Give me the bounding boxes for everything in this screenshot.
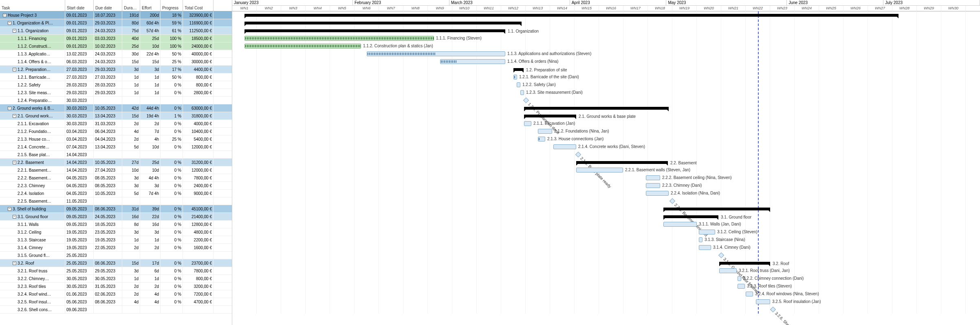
cell-start[interactable]: 09.01.2023 bbox=[65, 19, 94, 27]
cell-start[interactable]: 03.04.2023 bbox=[65, 135, 94, 143]
cell-due[interactable]: 23.05.2023 bbox=[94, 228, 122, 236]
cell-prog[interactable]: 50 % bbox=[161, 73, 183, 81]
cell-prog[interactable] bbox=[161, 197, 183, 205]
table-row[interactable]: 3.1.5. Ground fl…25.05.2023 bbox=[0, 252, 232, 259]
table-row[interactable]: −House Project 309.01.202318.07.2023191d… bbox=[0, 11, 232, 19]
table-row[interactable]: 1.1.2. Constructi…09.01.202310.02.202325… bbox=[0, 42, 232, 50]
gantt-row[interactable] bbox=[232, 205, 980, 213]
cell-prog[interactable]: 50 % bbox=[161, 50, 183, 57]
gantt-row[interactable]: 1.1.3. Applications and authorizations (… bbox=[232, 50, 980, 58]
cell-eff[interactable]: 4h bbox=[140, 135, 161, 143]
table-row[interactable]: 2.2.3. Chimney04.05.202308.05.20233d3d0 … bbox=[0, 182, 232, 190]
cell-due[interactable]: 29.05.2023 bbox=[94, 267, 122, 274]
expand-icon[interactable]: − bbox=[13, 161, 16, 164]
cell-start[interactable]: 25.05.2023 bbox=[65, 259, 94, 267]
cell-eff[interactable] bbox=[140, 252, 161, 259]
cell-dur[interactable]: 15d bbox=[122, 259, 140, 267]
task-bar[interactable]: 1.1.2. Construction plan & statics (Jan) bbox=[244, 44, 361, 49]
table-row[interactable]: 2.1.5. Base plat…14.04.2023 bbox=[0, 151, 232, 159]
cell-due[interactable] bbox=[94, 97, 122, 104]
cell-eff[interactable]: 2d bbox=[140, 244, 161, 251]
gantt-row[interactable]: 3.1.4. Cimney (Dani) bbox=[232, 244, 980, 252]
cell-due[interactable]: 08.06.2023 bbox=[94, 205, 122, 212]
cell-due[interactable]: 24.05.2023 bbox=[94, 213, 122, 220]
cell-prog[interactable]: 0 % bbox=[161, 236, 183, 243]
cell-prog[interactable]: 0 % bbox=[161, 143, 183, 150]
cell-eff[interactable]: 2d bbox=[140, 283, 161, 290]
cell-prog[interactable] bbox=[161, 306, 183, 313]
cell-due[interactable]: 08.05.2023 bbox=[94, 174, 122, 181]
summary-bar[interactable]: 1.2. Preparation of site bbox=[513, 68, 524, 71]
gantt-row[interactable]: 1.2.4. Preparation done bbox=[232, 97, 980, 104]
cell-start[interactable]: 09.01.2023 bbox=[65, 42, 94, 50]
cell-prog[interactable]: 17 % bbox=[161, 66, 183, 73]
summary-bar[interactable]: 1.1. Organization bbox=[244, 29, 505, 32]
table-row[interactable]: −1. Organization & Pl…09.01.202329.03.20… bbox=[0, 19, 232, 27]
task-bar[interactable]: 1.2.2. Safety (Jan) bbox=[517, 82, 520, 87]
cell-cost[interactable]: 800,00 € bbox=[183, 81, 214, 88]
cell-due[interactable]: 29.03.2023 bbox=[94, 89, 122, 96]
cell-dur[interactable]: 2d bbox=[122, 120, 140, 127]
cell-eff[interactable]: 16d bbox=[140, 221, 161, 228]
cell-eff[interactable]: 1d bbox=[140, 81, 161, 88]
gantt-row[interactable]: 1.1.2. Construction plan & statics (Jan) bbox=[232, 42, 980, 50]
table-row[interactable]: 1.2.4. Preparatio…30.03.2023 bbox=[0, 97, 232, 104]
cell-cost[interactable]: 12000,00 € bbox=[183, 166, 214, 174]
cell-start[interactable]: 27.03.2023 bbox=[65, 73, 94, 81]
table-row[interactable]: 3.2.3. Roof tiles30.05.202331.05.20232d2… bbox=[0, 283, 232, 290]
gantt-row[interactable]: 2.2.4. Isolation (Nina, Dani) bbox=[232, 190, 980, 197]
cell-dur[interactable]: 30d bbox=[122, 50, 140, 57]
cell-due[interactable]: 19.05.2023 bbox=[94, 236, 122, 243]
cell-cost[interactable] bbox=[183, 252, 214, 259]
cell-eff[interactable]: 1d bbox=[140, 275, 161, 282]
cell-cost[interactable]: 21400,00 € bbox=[183, 213, 214, 220]
table-row[interactable]: 2.2.4. Isolation04.05.202310.05.20235d7d… bbox=[0, 190, 232, 197]
gantt-row[interactable]: 2.2. Basement bbox=[232, 159, 980, 166]
cell-prog[interactable]: 100 % bbox=[161, 35, 183, 42]
task-name-cell[interactable]: 1.1.3. Applicatio… bbox=[0, 50, 65, 57]
cell-start[interactable]: 01.06.2023 bbox=[65, 290, 94, 298]
cell-due[interactable]: 22.05.2023 bbox=[94, 244, 122, 251]
gantt-row[interactable]: 3.2.3. Roof tiles (Steven) bbox=[232, 283, 980, 290]
cell-start[interactable]: 30.03.2023 bbox=[65, 104, 94, 112]
task-name-cell[interactable]: 2.2.5. Basement… bbox=[0, 197, 65, 205]
cell-start[interactable]: 09.01.2023 bbox=[65, 27, 94, 34]
cell-cost[interactable]: 9000,00 € bbox=[183, 190, 214, 197]
task-name-cell[interactable]: 2.1.4. Concrete… bbox=[0, 143, 65, 150]
cell-dur[interactable] bbox=[122, 306, 140, 313]
cell-eff[interactable]: 4d bbox=[140, 290, 161, 298]
cell-prog[interactable]: 0 % bbox=[161, 104, 183, 112]
gantt-row[interactable]: 3.2.1. Roof truss (Dani, Jan) bbox=[232, 267, 980, 275]
cell-prog[interactable]: 0 % bbox=[161, 221, 183, 228]
gantt-row[interactable]: 2.2.5. Basement finished bbox=[232, 197, 980, 205]
cell-prog[interactable]: 1 % bbox=[161, 112, 183, 119]
expand-icon[interactable]: − bbox=[13, 68, 16, 71]
cell-cost[interactable]: 800,00 € bbox=[183, 275, 214, 282]
cell-prog[interactable]: 0 % bbox=[161, 213, 183, 220]
cell-cost[interactable]: 12800,00 € bbox=[183, 221, 214, 228]
cell-eff[interactable] bbox=[140, 306, 161, 313]
cell-cost[interactable]: 12000,00 € bbox=[183, 143, 214, 150]
col-due[interactable]: Due date bbox=[94, 0, 122, 11]
cell-eff[interactable]: 25d bbox=[140, 159, 161, 166]
table-row[interactable]: 2.1.2. Foundatio…03.04.202306.04.20234d7… bbox=[0, 128, 232, 135]
cell-cost[interactable]: 116900,00 € bbox=[183, 19, 214, 27]
gantt-row[interactable]: 2.1.5. Base plate ready bbox=[232, 151, 980, 159]
cell-eff[interactable]: 19d 4h bbox=[140, 112, 161, 119]
task-name-cell[interactable]: −2.1. Ground work… bbox=[0, 112, 65, 119]
task-name-cell[interactable]: 1.2.3. Site meas… bbox=[0, 89, 65, 96]
summary-bar[interactable]: 2.1. Ground works & base plate bbox=[524, 115, 576, 117]
task-name-cell[interactable]: 1.1.2. Constructi… bbox=[0, 42, 65, 50]
cell-due[interactable]: 04.04.2023 bbox=[94, 135, 122, 143]
cell-cost[interactable]: 4700,00 € bbox=[183, 298, 214, 305]
cell-prog[interactable]: 0 % bbox=[161, 174, 183, 181]
cell-eff[interactable]: 3d bbox=[140, 182, 161, 189]
cell-dur[interactable]: 25d bbox=[122, 42, 140, 50]
cell-start[interactable]: 28.03.2023 bbox=[65, 81, 94, 88]
cell-eff[interactable]: 3d bbox=[140, 66, 161, 73]
cell-prog[interactable]: 0 % bbox=[161, 190, 183, 197]
cell-eff[interactable] bbox=[140, 151, 161, 158]
cell-start[interactable]: 30.05.2023 bbox=[65, 275, 94, 282]
cell-due[interactable]: 31.03.2023 bbox=[94, 120, 122, 127]
cell-eff[interactable]: 4d 4h bbox=[140, 174, 161, 181]
